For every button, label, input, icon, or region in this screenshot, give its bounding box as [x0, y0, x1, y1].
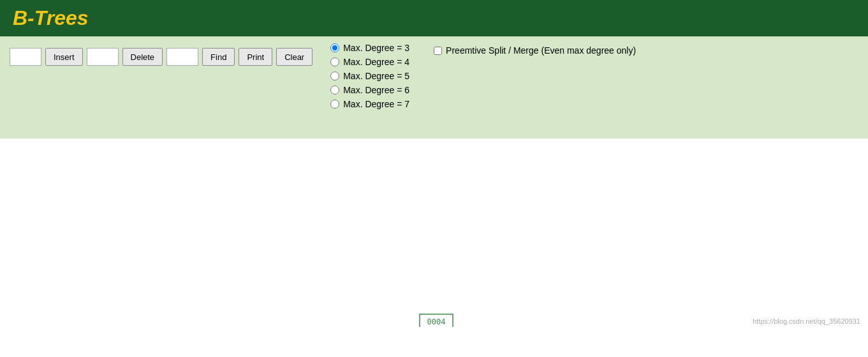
clear-button[interactable]: Clear — [276, 48, 313, 66]
degree-4-radio[interactable] — [330, 57, 339, 66]
degree-7-radio[interactable] — [330, 100, 339, 109]
watermark: https://blog.csdn.net/qq_35620931 — [753, 317, 860, 325]
find-button[interactable]: Find — [202, 48, 235, 66]
svg-text:0004: 0004 — [427, 317, 446, 326]
degree-5-option[interactable]: Max. Degree = 5 — [330, 71, 409, 81]
degree-3-option[interactable]: Max. Degree = 3 — [330, 43, 409, 53]
degree-5-label: Max. Degree = 5 — [343, 71, 409, 81]
insert-button[interactable]: Insert — [45, 48, 83, 66]
header: B-Trees — [0, 0, 868, 36]
degree-3-label: Max. Degree = 3 — [343, 43, 409, 53]
insert-input[interactable] — [10, 48, 41, 66]
degree-7-label: Max. Degree = 7 — [343, 99, 409, 109]
preemtive-label: Preemtive Split / Merge (Even max degree… — [446, 45, 636, 56]
find-input[interactable] — [166, 48, 198, 66]
controls-panel: Insert Delete Find Print Clear Max. Degr… — [0, 36, 868, 139]
delete-input[interactable] — [87, 48, 119, 66]
degree-6-radio[interactable] — [330, 86, 339, 95]
degree-radio-group: Max. Degree = 3 Max. Degree = 4 Max. Deg… — [330, 43, 409, 109]
print-button[interactable]: Print — [239, 48, 272, 66]
degree-6-label: Max. Degree = 6 — [343, 85, 409, 95]
tree-svg: 0004 0002 0006 0008 0001 0003 0005 0007 … — [0, 139, 868, 327]
preemtive-checkbox[interactable] — [434, 47, 442, 55]
degree-6-option[interactable]: Max. Degree = 6 — [330, 85, 409, 95]
preemtive-option[interactable]: Preemtive Split / Merge (Even max degree… — [434, 45, 636, 56]
degree-4-option[interactable]: Max. Degree = 4 — [330, 57, 409, 67]
tree-canvas: 0004 0002 0006 0008 0001 0003 0005 0007 … — [0, 139, 868, 330]
delete-button[interactable]: Delete — [122, 48, 163, 66]
degree-7-option[interactable]: Max. Degree = 7 — [330, 99, 409, 109]
degree-5-radio[interactable] — [330, 72, 339, 80]
degree-3-radio[interactable] — [330, 43, 339, 52]
page-title: B-Trees — [13, 6, 855, 30]
degree-4-label: Max. Degree = 4 — [343, 57, 409, 67]
